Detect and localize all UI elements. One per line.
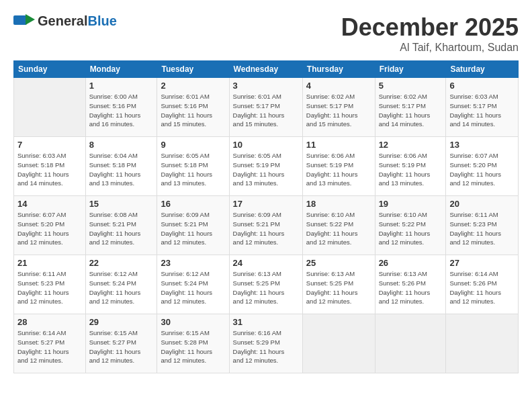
day-info: Sunrise: 6:10 AM Sunset: 5:22 PM Dayligh… bbox=[306, 210, 371, 247]
calendar: SundayMondayTuesdayWednesdayThursdayFrid… bbox=[13, 60, 519, 373]
logo: GeneralBlue bbox=[13, 13, 117, 29]
day-number: 31 bbox=[233, 317, 299, 327]
day-info: Sunrise: 6:02 AM Sunset: 5:17 PM Dayligh… bbox=[306, 92, 371, 129]
calendar-cell: 28Sunrise: 6:14 AM Sunset: 5:27 PM Dayli… bbox=[14, 314, 86, 373]
calendar-cell: 12Sunrise: 6:06 AM Sunset: 5:19 PM Dayli… bbox=[375, 137, 446, 196]
day-number: 19 bbox=[379, 199, 443, 209]
calendar-cell: 3Sunrise: 6:01 AM Sunset: 5:17 PM Daylig… bbox=[229, 78, 302, 137]
day-info: Sunrise: 6:06 AM Sunset: 5:19 PM Dayligh… bbox=[306, 151, 371, 188]
day-number: 24 bbox=[233, 258, 299, 268]
calendar-week-3: 14Sunrise: 6:07 AM Sunset: 5:20 PM Dayli… bbox=[14, 196, 519, 255]
calendar-header-tuesday: Tuesday bbox=[157, 61, 229, 78]
calendar-week-1: 1Sunrise: 6:00 AM Sunset: 5:16 PM Daylig… bbox=[14, 78, 519, 137]
header: GeneralBlue December 2025 Al Taif, Khart… bbox=[13, 13, 519, 54]
day-info: Sunrise: 6:11 AM Sunset: 5:23 PM Dayligh… bbox=[17, 269, 82, 306]
calendar-header-wednesday: Wednesday bbox=[229, 61, 302, 78]
day-info: Sunrise: 6:07 AM Sunset: 5:20 PM Dayligh… bbox=[17, 210, 82, 247]
day-info: Sunrise: 6:00 AM Sunset: 5:16 PM Dayligh… bbox=[89, 92, 154, 129]
day-number: 16 bbox=[161, 199, 225, 209]
calendar-cell: 26Sunrise: 6:13 AM Sunset: 5:26 PM Dayli… bbox=[375, 255, 446, 314]
day-number: 17 bbox=[233, 199, 299, 209]
day-number: 30 bbox=[161, 317, 225, 327]
calendar-cell: 29Sunrise: 6:15 AM Sunset: 5:27 PM Dayli… bbox=[85, 314, 157, 373]
svg-rect-0 bbox=[13, 15, 27, 25]
month-title: December 2025 bbox=[341, 13, 519, 42]
calendar-cell: 1Sunrise: 6:00 AM Sunset: 5:16 PM Daylig… bbox=[85, 78, 157, 137]
day-number: 28 bbox=[17, 317, 82, 327]
day-number: 1 bbox=[89, 81, 154, 91]
calendar-cell: 10Sunrise: 6:05 AM Sunset: 5:19 PM Dayli… bbox=[229, 137, 302, 196]
day-info: Sunrise: 6:05 AM Sunset: 5:19 PM Dayligh… bbox=[233, 151, 299, 188]
calendar-cell: 27Sunrise: 6:14 AM Sunset: 5:26 PM Dayli… bbox=[446, 255, 519, 314]
day-info: Sunrise: 6:13 AM Sunset: 5:25 PM Dayligh… bbox=[306, 269, 371, 306]
day-info: Sunrise: 6:13 AM Sunset: 5:26 PM Dayligh… bbox=[379, 269, 443, 306]
day-number: 23 bbox=[161, 258, 225, 268]
day-number: 13 bbox=[449, 140, 515, 150]
day-info: Sunrise: 6:15 AM Sunset: 5:27 PM Dayligh… bbox=[89, 328, 154, 365]
page: GeneralBlue December 2025 Al Taif, Khart… bbox=[0, 0, 532, 411]
day-info: Sunrise: 6:08 AM Sunset: 5:21 PM Dayligh… bbox=[89, 210, 154, 247]
calendar-cell: 9Sunrise: 6:05 AM Sunset: 5:18 PM Daylig… bbox=[157, 137, 229, 196]
calendar-cell: 4Sunrise: 6:02 AM Sunset: 5:17 PM Daylig… bbox=[302, 78, 375, 137]
calendar-week-2: 7Sunrise: 6:03 AM Sunset: 5:18 PM Daylig… bbox=[14, 137, 519, 196]
calendar-cell: 7Sunrise: 6:03 AM Sunset: 5:18 PM Daylig… bbox=[14, 137, 86, 196]
svg-marker-1 bbox=[26, 14, 35, 25]
calendar-cell: 16Sunrise: 6:09 AM Sunset: 5:21 PM Dayli… bbox=[157, 196, 229, 255]
day-number: 25 bbox=[306, 258, 371, 268]
day-number: 9 bbox=[161, 140, 225, 150]
day-number: 15 bbox=[89, 199, 154, 209]
calendar-cell: 2Sunrise: 6:01 AM Sunset: 5:16 PM Daylig… bbox=[157, 78, 229, 137]
day-info: Sunrise: 6:14 AM Sunset: 5:26 PM Dayligh… bbox=[449, 269, 515, 306]
day-number: 11 bbox=[306, 140, 371, 150]
calendar-cell: 8Sunrise: 6:04 AM Sunset: 5:18 PM Daylig… bbox=[85, 137, 157, 196]
day-number: 6 bbox=[449, 81, 515, 91]
calendar-header-saturday: Saturday bbox=[446, 61, 519, 78]
calendar-header-monday: Monday bbox=[85, 61, 157, 78]
day-number: 29 bbox=[89, 317, 154, 327]
calendar-header-sunday: Sunday bbox=[14, 61, 86, 78]
day-info: Sunrise: 6:09 AM Sunset: 5:21 PM Dayligh… bbox=[233, 210, 299, 247]
day-number: 3 bbox=[233, 81, 299, 91]
calendar-cell: 24Sunrise: 6:13 AM Sunset: 5:25 PM Dayli… bbox=[229, 255, 302, 314]
day-number: 8 bbox=[89, 140, 154, 150]
calendar-cell bbox=[375, 314, 446, 373]
logo-icon bbox=[13, 14, 35, 29]
day-number: 4 bbox=[306, 81, 371, 91]
day-number: 27 bbox=[449, 258, 515, 268]
calendar-header-thursday: Thursday bbox=[302, 61, 375, 78]
day-info: Sunrise: 6:10 AM Sunset: 5:22 PM Dayligh… bbox=[379, 210, 443, 247]
calendar-cell: 19Sunrise: 6:10 AM Sunset: 5:22 PM Dayli… bbox=[375, 196, 446, 255]
day-number: 12 bbox=[379, 140, 443, 150]
day-number: 10 bbox=[233, 140, 299, 150]
day-number: 26 bbox=[379, 258, 443, 268]
day-number: 20 bbox=[449, 199, 515, 209]
day-info: Sunrise: 6:03 AM Sunset: 5:18 PM Dayligh… bbox=[17, 151, 82, 188]
calendar-week-5: 28Sunrise: 6:14 AM Sunset: 5:27 PM Dayli… bbox=[14, 314, 519, 373]
calendar-cell: 6Sunrise: 6:03 AM Sunset: 5:17 PM Daylig… bbox=[446, 78, 519, 137]
day-info: Sunrise: 6:12 AM Sunset: 5:24 PM Dayligh… bbox=[89, 269, 154, 306]
calendar-cell: 25Sunrise: 6:13 AM Sunset: 5:25 PM Dayli… bbox=[302, 255, 375, 314]
title-block: December 2025 Al Taif, Khartoum, Sudan bbox=[341, 13, 519, 54]
day-number: 2 bbox=[161, 81, 225, 91]
logo-blue: Blue bbox=[87, 13, 116, 28]
day-number: 22 bbox=[89, 258, 154, 268]
calendar-cell: 31Sunrise: 6:16 AM Sunset: 5:29 PM Dayli… bbox=[229, 314, 302, 373]
day-info: Sunrise: 6:03 AM Sunset: 5:17 PM Dayligh… bbox=[449, 92, 515, 129]
day-info: Sunrise: 6:02 AM Sunset: 5:17 PM Dayligh… bbox=[379, 92, 443, 129]
day-info: Sunrise: 6:15 AM Sunset: 5:28 PM Dayligh… bbox=[161, 328, 225, 365]
day-info: Sunrise: 6:13 AM Sunset: 5:25 PM Dayligh… bbox=[233, 269, 299, 306]
day-info: Sunrise: 6:01 AM Sunset: 5:17 PM Dayligh… bbox=[233, 92, 299, 129]
calendar-cell bbox=[302, 314, 375, 373]
day-number: 21 bbox=[17, 258, 82, 268]
calendar-cell: 11Sunrise: 6:06 AM Sunset: 5:19 PM Dayli… bbox=[302, 137, 375, 196]
day-number: 18 bbox=[306, 199, 371, 209]
day-info: Sunrise: 6:05 AM Sunset: 5:18 PM Dayligh… bbox=[161, 151, 225, 188]
calendar-cell: 14Sunrise: 6:07 AM Sunset: 5:20 PM Dayli… bbox=[14, 196, 86, 255]
day-number: 5 bbox=[379, 81, 443, 91]
day-info: Sunrise: 6:14 AM Sunset: 5:27 PM Dayligh… bbox=[17, 328, 82, 365]
day-info: Sunrise: 6:12 AM Sunset: 5:24 PM Dayligh… bbox=[161, 269, 225, 306]
calendar-cell: 13Sunrise: 6:07 AM Sunset: 5:20 PM Dayli… bbox=[446, 137, 519, 196]
logo-general: General bbox=[38, 13, 87, 28]
day-info: Sunrise: 6:06 AM Sunset: 5:19 PM Dayligh… bbox=[379, 151, 443, 188]
day-info: Sunrise: 6:11 AM Sunset: 5:23 PM Dayligh… bbox=[449, 210, 515, 247]
